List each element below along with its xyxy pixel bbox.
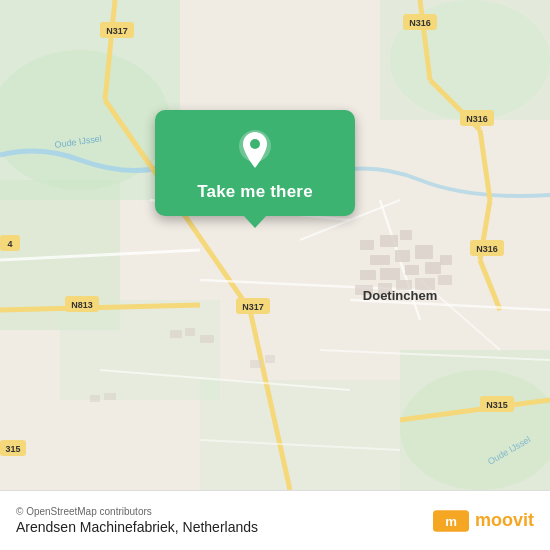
location-pin-icon xyxy=(233,128,277,172)
svg-rect-6 xyxy=(200,380,400,490)
svg-text:4: 4 xyxy=(7,239,12,249)
info-text: © OpenStreetMap contributors Arendsen Ma… xyxy=(16,506,258,535)
take-me-there-label: Take me there xyxy=(197,182,313,202)
moovit-logo: m moovit xyxy=(433,503,534,539)
svg-text:N317: N317 xyxy=(106,26,128,36)
svg-rect-50 xyxy=(380,235,398,247)
svg-rect-51 xyxy=(400,230,412,240)
svg-rect-69 xyxy=(250,360,262,368)
svg-rect-54 xyxy=(415,245,433,259)
svg-text:N316: N316 xyxy=(466,114,488,124)
take-me-there-popup[interactable]: Take me there xyxy=(155,110,355,216)
svg-text:N316: N316 xyxy=(409,18,431,28)
svg-rect-57 xyxy=(405,265,419,275)
svg-rect-67 xyxy=(185,328,195,336)
svg-rect-64 xyxy=(438,275,452,285)
svg-rect-55 xyxy=(360,270,376,280)
svg-text:N316: N316 xyxy=(476,244,498,254)
svg-rect-58 xyxy=(425,262,441,274)
svg-rect-70 xyxy=(265,355,275,363)
svg-rect-3 xyxy=(60,300,220,400)
svg-text:m: m xyxy=(445,513,457,528)
moovit-logo-icon: m xyxy=(433,503,469,539)
map-container: Oude IJssel N813 N317 xyxy=(0,0,550,490)
svg-text:N813: N813 xyxy=(71,300,93,310)
svg-rect-53 xyxy=(395,250,410,262)
svg-text:N317: N317 xyxy=(242,302,264,312)
svg-rect-66 xyxy=(170,330,182,338)
info-bar: © OpenStreetMap contributors Arendsen Ma… xyxy=(0,490,550,550)
svg-text:315: 315 xyxy=(5,444,20,454)
svg-text:Doetinchem: Doetinchem xyxy=(363,288,437,303)
moovit-text: moovit xyxy=(475,510,534,531)
svg-text:N315: N315 xyxy=(486,400,508,410)
svg-rect-72 xyxy=(104,393,116,400)
svg-rect-49 xyxy=(360,240,374,250)
svg-rect-71 xyxy=(90,395,100,402)
svg-point-75 xyxy=(250,139,260,149)
svg-rect-56 xyxy=(380,268,400,280)
location-name: Arendsen Machinefabriek, Netherlands xyxy=(16,519,258,535)
osm-credit: © OpenStreetMap contributors xyxy=(16,506,258,517)
svg-rect-68 xyxy=(200,335,214,343)
svg-rect-59 xyxy=(440,255,452,265)
svg-rect-52 xyxy=(370,255,390,265)
